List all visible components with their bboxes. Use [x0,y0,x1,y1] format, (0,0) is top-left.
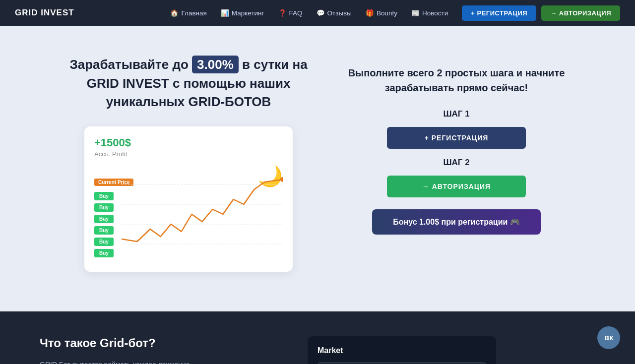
nav-actions: + РЕГИСТРАЦИЯ → АВТОРИЗАЦИЯ [462,5,620,21]
buy-btn-5[interactable]: Buy [94,238,114,246]
chart-svg-wrapper [122,165,283,264]
market-widget: Market 🔍 [308,336,496,364]
footer-left: Что такое Grid-бот? GRID Бот пытается по… [40,336,278,364]
footer-section: Что такое Grid-бот? GRID Бот пытается по… [0,311,635,364]
hero-left: Зарабатывайте до 3.00% в сутки на GRID I… [69,56,308,272]
buy-btn-2[interactable]: Buy [94,203,114,212]
nav-reviews[interactable]: 💬 Отзывы [311,6,358,20]
step1-register-button[interactable]: + РЕГИСТРАЦИЯ [387,127,526,149]
chart-profit: +1500$ [94,136,283,149]
reviews-icon: 💬 [317,9,325,17]
nav-home[interactable]: 🏠 Главная [164,6,212,20]
marketing-icon: 📊 [221,9,229,17]
bounty-icon: 🎁 [366,9,374,17]
rate-badge: 3.00% [192,56,239,73]
step2-label: ШАГ 2 [443,158,469,168]
nav-auth-button[interactable]: → АВТОРИЗАЦИЯ [541,5,620,21]
navbar: GRID INVEST 🏠 Главная 📊 Маркетинг ❓ FAQ … [0,0,635,26]
footer-text: GRID Бот пытается поймать каждое движени… [40,359,278,364]
nav-news[interactable]: 📰 Новости [405,6,454,20]
hero-title: Зарабатывайте до 3.00% в сутки на GRID I… [69,56,308,112]
faq-icon: ❓ [278,9,287,17]
hero-subtitle: Выполните всего 2 простых шага и начните… [347,65,566,95]
nav-bounty[interactable]: 🎁 Bounty [360,6,403,20]
market-search[interactable]: 🔍 [318,362,486,364]
footer-title: Что такое Grid-бот? [40,336,278,350]
step1-label: ШАГ 1 [443,109,469,119]
step2-auth-button[interactable]: → АВТОРИЗАЦИЯ [387,176,526,197]
vk-icon: вк [604,333,613,342]
market-title: Market [318,346,486,355]
buy-btn-6[interactable]: Buy [94,249,114,257]
home-icon: 🏠 [170,9,179,17]
chart-card: +1500$ Accu. Profit 🌙 Current Price Buy … [84,126,293,272]
chart-profit-label: Accu. Profit [94,150,283,158]
brand: GRID INVEST [15,8,74,18]
nav-marketing[interactable]: 📊 Маркетинг [215,6,270,20]
bonus-button[interactable]: Бонус 1.00$ при регистрации 🎮 [372,209,541,235]
news-icon: 📰 [411,9,420,17]
nav-register-button[interactable]: + РЕГИСТРАЦИЯ [462,5,536,21]
buy-btn-3[interactable]: Buy [94,215,114,223]
hero-right: Выполните всего 2 простых шага и начните… [347,56,566,235]
buy-btn-4[interactable]: Buy [94,226,114,235]
buy-labels: Buy Buy Buy Buy Buy Buy [94,192,114,257]
nav-faq[interactable]: ❓ FAQ [272,6,309,20]
buy-btn-1[interactable]: Buy [94,192,114,200]
chart-area: 🌙 Current Price Buy Buy Buy Buy Buy Buy [94,165,283,264]
hero-section: Зарабатывайте до 3.00% в сутки на GRID I… [0,26,635,311]
vk-button[interactable]: вк [597,326,620,349]
svg-point-4 [280,177,283,182]
nav-links: 🏠 Главная 📊 Маркетинг ❓ FAQ 💬 Отзывы [164,6,454,20]
